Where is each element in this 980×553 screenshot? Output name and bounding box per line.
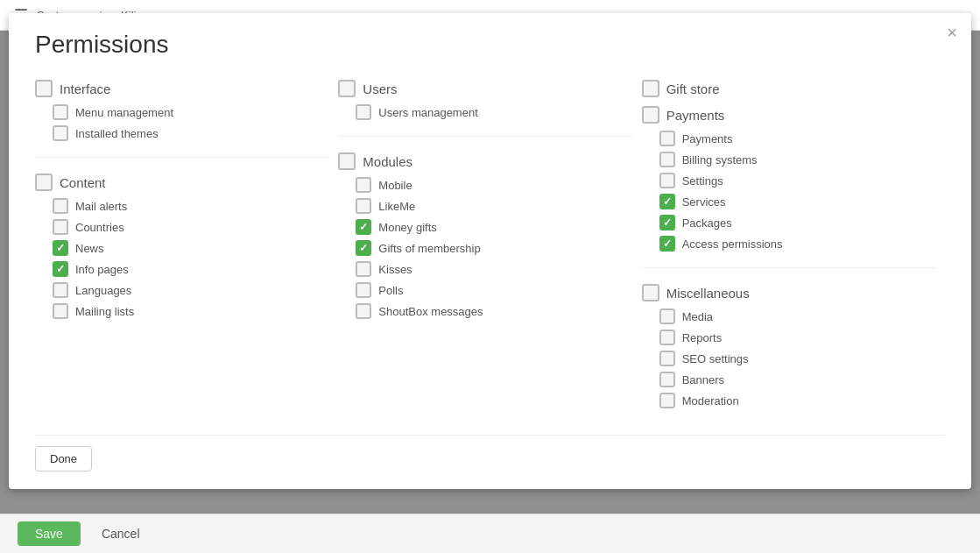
columns-container: Interface Menu management Installed them… [35, 80, 945, 417]
item-polls: Polls [356, 282, 632, 298]
label-polls: Polls [378, 284, 403, 297]
label-moderation: Moderation [682, 394, 739, 408]
modal-footer: Done [35, 435, 945, 471]
cb-gifts-membership[interactable] [356, 240, 371, 256]
label-mailing-lists: Mailing lists [75, 305, 134, 318]
label-packages: Packages [682, 216, 732, 230]
item-users-management: Users management [356, 104, 632, 120]
item-mail-alerts: Mail alerts [53, 198, 329, 214]
cb-likeme[interactable] [356, 198, 371, 214]
cb-miscellaneous[interactable] [642, 284, 659, 301]
cb-languages[interactable] [53, 282, 68, 298]
label-gifts-membership: Gifts of membership [378, 242, 480, 255]
cb-installed-themes[interactable] [53, 125, 68, 141]
close-button[interactable]: × [947, 24, 957, 41]
section-miscellaneous: Miscellaneous Media Reports SEO settings [642, 284, 936, 408]
section-interface: Interface Menu management Installed them… [35, 80, 329, 141]
label-access-permissions: Access permissions [682, 238, 783, 251]
cb-mobile[interactable] [356, 177, 371, 193]
cb-countries[interactable] [53, 219, 68, 235]
cb-users[interactable] [338, 80, 356, 97]
divider-3 [642, 267, 936, 268]
item-billing-systems: Billing systems [659, 152, 936, 167]
cb-gift-store[interactable] [642, 80, 659, 97]
save-button[interactable]: Save [18, 521, 81, 546]
cb-shoutbox[interactable] [356, 303, 371, 319]
label-languages: Languages [75, 284, 131, 297]
section-modules-header: Modules [338, 152, 632, 170]
label-info-pages: Info pages [75, 263, 129, 276]
section-payments-header: Payments [642, 106, 936, 124]
section-modules: Modules Mobile LikeMe Money gifts [338, 152, 632, 319]
section-payments: Payments Payments Billing systems Settin… [642, 106, 936, 252]
done-button[interactable]: Done [35, 446, 92, 471]
cb-media[interactable] [659, 308, 675, 324]
label-payments-item: Payments [682, 132, 733, 145]
label-installed-themes: Installed themes [75, 127, 159, 140]
label-billing-systems: Billing systems [682, 153, 758, 167]
cb-kisses[interactable] [356, 261, 371, 277]
cb-payments[interactable] [642, 106, 659, 124]
cb-billing-systems[interactable] [659, 152, 675, 167]
section-gift-store-label: Gift store [666, 82, 720, 96]
section-content-header: Content [35, 174, 329, 191]
label-services: Services [682, 195, 726, 209]
cb-info-pages[interactable] [53, 261, 68, 277]
cb-news[interactable] [53, 240, 68, 256]
label-menu-management: Menu management [75, 106, 173, 119]
cb-settings[interactable] [659, 173, 675, 188]
item-mobile: Mobile [356, 177, 632, 193]
item-shoutbox: ShoutBox messages [356, 303, 632, 319]
cb-seo-settings[interactable] [659, 351, 675, 366]
section-payments-label: Payments [666, 108, 725, 123]
cb-interface[interactable] [35, 80, 53, 97]
cb-mail-alerts[interactable] [53, 198, 68, 214]
item-info-pages: Info pages [53, 261, 329, 277]
item-banners: Banners [659, 372, 936, 387]
cb-reports[interactable] [659, 330, 675, 345]
section-modules-label: Modules [363, 154, 412, 169]
column-3: Gift store Payments Payments Bi [642, 80, 945, 417]
cb-polls[interactable] [356, 282, 371, 298]
section-gift-store-header: Gift store [642, 80, 936, 97]
cb-mailing-lists[interactable] [53, 303, 68, 319]
overlay: ☰ System version: Kilig × Permissions In… [0, 0, 980, 553]
item-gifts-membership: Gifts of membership [356, 240, 632, 256]
cb-users-management[interactable] [356, 104, 371, 120]
label-banners: Banners [682, 373, 724, 386]
column-2: Users Users management Modules [338, 80, 641, 417]
cb-money-gifts[interactable] [356, 219, 371, 235]
item-money-gifts: Money gifts [356, 219, 632, 235]
section-users-header: Users [338, 80, 632, 97]
bottom-bar: Save Cancel [0, 514, 980, 553]
section-users: Users Users management [338, 80, 632, 120]
cb-services[interactable] [659, 194, 675, 209]
cb-packages[interactable] [659, 215, 675, 230]
column-1: Interface Menu management Installed them… [35, 80, 338, 417]
label-kisses: Kisses [378, 263, 412, 276]
label-settings: Settings [682, 174, 723, 188]
item-reports: Reports [659, 330, 936, 345]
cb-access-permissions[interactable] [659, 236, 675, 252]
cb-payments-item[interactable] [659, 131, 675, 146]
cancel-button[interactable]: Cancel [88, 521, 154, 546]
cb-menu-management[interactable] [53, 104, 68, 120]
modal-title: Permissions [35, 31, 945, 59]
section-users-label: Users [363, 82, 397, 96]
cb-modules[interactable] [338, 152, 356, 170]
item-packages: Packages [659, 215, 936, 230]
item-settings: Settings [659, 173, 936, 188]
label-likeme: LikeMe [378, 200, 415, 213]
cb-banners[interactable] [659, 372, 675, 387]
label-mobile: Mobile [378, 179, 412, 192]
permissions-modal: × Permissions Interface Menu management [9, 13, 971, 489]
item-menu-management: Menu management [53, 104, 329, 120]
section-interface-header: Interface [35, 80, 329, 97]
item-mailing-lists: Mailing lists [53, 303, 329, 319]
cb-content[interactable] [35, 174, 53, 191]
cb-moderation[interactable] [659, 393, 675, 408]
item-services: Services [659, 194, 936, 209]
item-installed-themes: Installed themes [53, 125, 329, 141]
section-gift-store: Gift store [642, 80, 936, 97]
divider-2 [338, 136, 632, 137]
